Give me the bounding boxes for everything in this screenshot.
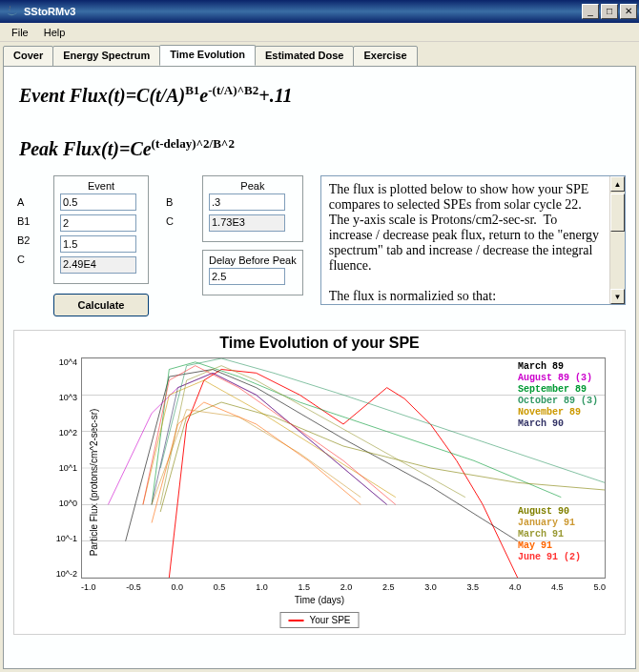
input-b2[interactable] (60, 235, 136, 253)
info-scrollbar[interactable]: ▲ ▼ (609, 176, 625, 304)
scroll-up-icon[interactable]: ▲ (610, 176, 625, 192)
java-icon (5, 4, 20, 19)
chart-xlabel: Time (days) (295, 595, 344, 605)
menu-help[interactable]: Help (36, 25, 73, 40)
peak-group: Peak 1.73E3 (202, 175, 303, 242)
ytick: 10^2 (43, 428, 77, 438)
peak-labels: B C (166, 175, 185, 227)
scroll-down-icon[interactable]: ▼ (610, 289, 625, 304)
xtick: 3.5 (467, 582, 480, 592)
input-b-peak[interactable] (209, 193, 285, 211)
xtick: 3.0 (424, 582, 437, 592)
xtick: 0.5 (214, 582, 226, 592)
window-title: SStoRMv3 (24, 6, 582, 17)
readonly-c-peak: 1.73E3 (209, 214, 285, 232)
label-b: B (166, 196, 185, 208)
tab-panel: Event Flux(t)=C(t/A)B1e-(t/A)^B2+.11 Pea… (3, 66, 636, 669)
params-row: A B1 B2 C Event 2.49E4 Calculate B C (17, 175, 626, 316)
calculate-button[interactable]: Calculate (53, 294, 149, 316)
xtick: -0.5 (126, 582, 141, 592)
minimize-button[interactable]: _ (582, 4, 599, 19)
xtick: 1.5 (298, 582, 310, 592)
chart-title: Time Evolution of your SPE (14, 331, 625, 352)
xtick: 5.0 (593, 582, 606, 592)
formula-event: Event Flux(t)=C(t/A) (19, 85, 185, 106)
formula-peak: Peak Flux(t)=Ce (19, 138, 152, 159)
xtick: 2.0 (340, 582, 353, 592)
ytick: 10^3 (43, 393, 77, 402)
event-labels: A B1 B2 C (17, 175, 36, 265)
input-b1[interactable] (60, 214, 136, 232)
info-text: The flux is plotted below to show how yo… (329, 182, 617, 304)
chart-xticks: -1.0 -0.5 0.0 0.5 1.0 1.5 2.0 2.5 3.0 3.… (81, 582, 606, 592)
label-a: A (17, 196, 36, 208)
ytick: 10^-1 (43, 534, 77, 543)
scroll-thumb[interactable] (610, 193, 625, 232)
xtick: 0.0 (172, 582, 184, 592)
xtick: 4.5 (551, 582, 564, 592)
input-delay[interactable] (209, 268, 285, 285)
tab-estimated-dose[interactable]: Estimated Dose (255, 46, 355, 67)
chart-area: Time Evolution of your SPE Particle Flux… (13, 330, 626, 635)
label-b1: B1 (17, 215, 36, 227)
formula-event-tail: +.11 (258, 85, 292, 106)
ytick: 10^0 (43, 499, 77, 508)
event-group-title: Event (60, 180, 142, 193)
readonly-c-event: 2.49E4 (60, 256, 136, 274)
ytick: 10^4 (43, 357, 77, 367)
chart-legend: Your SPE (280, 612, 360, 628)
ytick: 10^-2 (43, 569, 77, 579)
xtick: 4.0 (509, 582, 522, 592)
xtick: 2.5 (382, 582, 395, 592)
menubar: File Help (0, 23, 639, 42)
legend-label: Your SPE (310, 615, 351, 625)
label-c-peak: C (166, 215, 185, 227)
chart-yticks: 10^4 10^3 10^2 10^1 10^0 10^-1 10^-2 (43, 357, 77, 579)
formula-block: Event Flux(t)=C(t/A)B1e-(t/A)^B2+.11 Pea… (19, 82, 620, 162)
tab-time-evolution[interactable]: Time Evolution (159, 45, 256, 66)
menu-file[interactable]: File (4, 25, 36, 40)
window-titlebar: SStoRMv3 _ □ ✕ (0, 0, 639, 23)
xtick: -1.0 (81, 582, 96, 592)
label-c: C (17, 254, 36, 265)
chart-legend-names: March 89August 89 (3)September 89October… (518, 361, 598, 563)
xtick: 1.0 (256, 582, 268, 592)
maximize-button[interactable]: □ (601, 4, 618, 19)
peak-group-title: Peak (209, 180, 297, 193)
delay-group: Delay Before Peak (202, 250, 303, 295)
formula-event-sup2: -(t/A)^B2 (208, 83, 258, 97)
tab-cover[interactable]: Cover (3, 46, 53, 67)
close-button[interactable]: ✕ (620, 4, 637, 19)
tab-energy-spectrum[interactable]: Energy Spectrum (52, 46, 160, 67)
label-b2: B2 (17, 234, 36, 246)
event-group: Event 2.49E4 (53, 175, 149, 284)
formula-event-sup1: B1 (185, 83, 199, 97)
input-a[interactable] (60, 193, 136, 211)
tabstrip: Cover Energy Spectrum Time Evolution Est… (3, 45, 636, 66)
info-textbox: The flux is plotted below to show how yo… (320, 175, 626, 305)
formula-event-mid: e (199, 85, 208, 106)
delay-group-title: Delay Before Peak (209, 255, 297, 268)
ytick: 10^1 (43, 463, 77, 473)
formula-peak-sup: (t-delay)^2/B^2 (152, 136, 235, 151)
tab-exercise[interactable]: Exercise (353, 46, 417, 67)
legend-swatch (289, 620, 304, 621)
